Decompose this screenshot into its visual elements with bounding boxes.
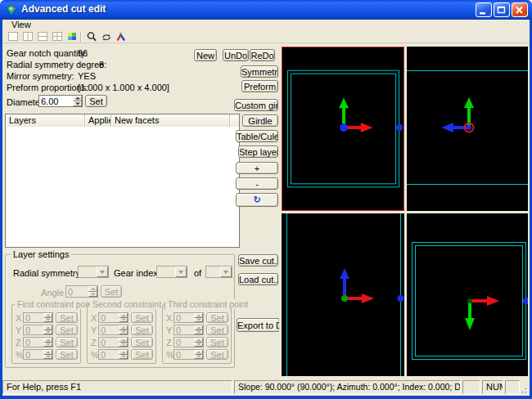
- percent-set-button: Set: [131, 349, 153, 360]
- quad-view-icon[interactable]: [50, 30, 65, 43]
- undo-button[interactable]: UnDo: [223, 49, 249, 61]
- y-input: [175, 326, 193, 334]
- table-culet-button[interactable]: Table/Culet: [236, 130, 278, 142]
- colored-axes-icon[interactable]: [114, 30, 128, 43]
- x-spinbox: [174, 312, 204, 323]
- radial-symmetry-degree-label: Radial symmetry degree:: [7, 60, 106, 69]
- y-spinbox: [98, 325, 128, 335]
- axis-label: Z: [16, 338, 21, 347]
- y-spinbox: [174, 325, 204, 335]
- y-spinner: [119, 325, 128, 334]
- z-spinner: [119, 338, 128, 347]
- app-icon: [5, 3, 18, 16]
- column-header-layers[interactable]: Layers: [6, 114, 85, 127]
- step-layer-button[interactable]: Step layer: [238, 146, 278, 158]
- diameter-input[interactable]: [40, 96, 72, 105]
- diameter-spinner[interactable]: [73, 96, 82, 106]
- z-input: [100, 338, 118, 346]
- maximize-icon[interactable]: [494, 2, 510, 17]
- constraint-row: X Set: [163, 312, 231, 323]
- custom-girdle-button[interactable]: Custom girdle: [234, 99, 278, 111]
- quad-view-colored-icon[interactable]: [65, 30, 79, 43]
- symmetry-button[interactable]: Symmetry: [241, 65, 278, 78]
- axis-label: Y: [91, 325, 97, 335]
- viewport-top-right[interactable]: [407, 47, 528, 211]
- axis-label: X: [16, 313, 21, 323]
- remove-layer-button[interactable]: -: [236, 177, 278, 190]
- first-constraint-point-title: First constraint point: [15, 299, 97, 309]
- viewport-bottom-left[interactable]: [282, 213, 404, 376]
- constraint-row: Y Set: [163, 325, 231, 335]
- angle-spinner: [88, 286, 97, 297]
- constraint-row: X Set: [12, 312, 80, 323]
- girdle-button[interactable]: Girdle: [242, 114, 278, 127]
- third-constraint-point-title: Third constraint point: [165, 299, 250, 309]
- first-constraint-point-group: First constraint point X Set Y Set Z Set: [11, 304, 81, 364]
- save-cut-button[interactable]: Save cut...: [238, 254, 278, 267]
- rotate-view-icon[interactable]: [99, 30, 114, 43]
- resize-grip[interactable]: [517, 383, 530, 396]
- constraint-row: % Set: [163, 349, 231, 360]
- y-set-button: Set: [131, 325, 153, 335]
- new-button[interactable]: New: [194, 49, 217, 61]
- layer-settings-group: Layer settings Radial symmetry Gear inde…: [5, 254, 235, 368]
- two-pane-vertical-icon[interactable]: [20, 30, 35, 43]
- z-spinbox: [174, 337, 204, 347]
- gear-index-combo: [156, 266, 187, 278]
- x-spinbox: [98, 312, 128, 323]
- x-input: [25, 314, 43, 321]
- percent-spinner: [119, 350, 128, 359]
- percent-spinbox: [23, 349, 53, 360]
- axis-label: Z: [166, 338, 172, 347]
- constraint-row: % Set: [12, 349, 80, 360]
- radial-symmetry-label: Radial symmetry: [13, 268, 80, 278]
- menubar: View: [2, 20, 530, 30]
- preform-proportions-label: Preform proportions:: [7, 83, 88, 92]
- two-pane-horizontal-icon[interactable]: [35, 30, 50, 43]
- z-spinbox: [23, 337, 53, 347]
- gear-index-label: Gear index: [114, 268, 158, 278]
- diameter-set-button[interactable]: Set: [85, 95, 107, 107]
- toolbar-separator: [80, 31, 82, 42]
- rotate-layer-button[interactable]: ↻: [236, 193, 278, 207]
- percent-input: [100, 351, 118, 358]
- z-set-button: Set: [131, 337, 153, 347]
- percent-spinbox: [174, 349, 204, 360]
- column-header-blank: [230, 114, 239, 127]
- constraint-row: X Set: [88, 312, 156, 323]
- angle-set-button: Set: [101, 285, 122, 298]
- column-header-applied[interactable]: Applied: [85, 114, 111, 127]
- layers-list[interactable]: Layers Applied New facets: [5, 114, 240, 248]
- mirror-symmetry-value: YES: [78, 71, 96, 81]
- radial-symmetry-degree-value: 8: [99, 60, 104, 69]
- column-header-new-facets[interactable]: New facets: [111, 114, 230, 127]
- constraint-row: Y Set: [88, 325, 156, 335]
- main-content: Gear notch quantity: 96 Radial symmetry …: [2, 43, 530, 379]
- y-spinbox: [23, 325, 53, 335]
- titlebar[interactable]: Advanced cut edit: [0, 0, 532, 20]
- viewport-grid: [279, 45, 530, 378]
- load-cut-button[interactable]: Load cut...: [238, 273, 278, 285]
- viewport-bottom-right[interactable]: [407, 213, 528, 376]
- close-icon[interactable]: [512, 2, 528, 17]
- percent-spinbox: [98, 349, 128, 360]
- x-set-button: Set: [56, 312, 78, 323]
- redo-button[interactable]: ReDo: [250, 49, 275, 61]
- menu-item-view[interactable]: View: [8, 20, 34, 30]
- gear-total-combo: [205, 266, 232, 278]
- x-spinner: [43, 313, 52, 322]
- viewport-top-left-active[interactable]: [282, 47, 404, 211]
- y-spinner: [43, 325, 52, 334]
- constraint-row: Z Set: [12, 337, 80, 347]
- percent-spinner: [194, 350, 203, 359]
- export-to-dc-button[interactable]: Export to DC: [237, 318, 280, 332]
- x-set-button: Set: [206, 312, 228, 323]
- minimize-icon[interactable]: [476, 2, 492, 17]
- z-set-button: Set: [206, 337, 228, 347]
- single-view-icon[interactable]: [6, 30, 20, 43]
- zoom-icon[interactable]: [84, 30, 99, 43]
- preform-button[interactable]: Preform: [241, 80, 278, 92]
- z-set-button: Set: [56, 337, 78, 347]
- add-layer-button[interactable]: +: [236, 162, 278, 174]
- diameter-label: Diameter: [7, 97, 43, 107]
